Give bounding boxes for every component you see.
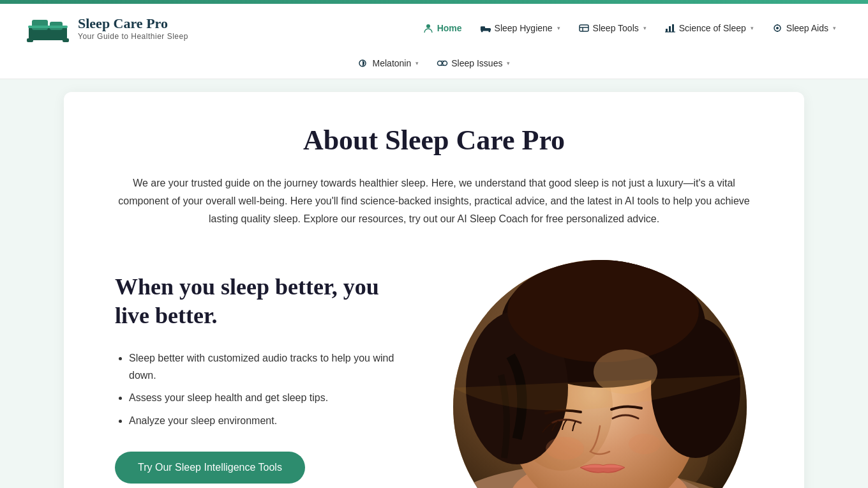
svg-rect-9 <box>481 30 483 32</box>
main-wrapper: About Sleep Care Pro We are your trusted… <box>0 79 868 488</box>
logo-area[interactable]: Sleep Care Pro Your Guide to Healthier S… <box>26 10 188 45</box>
nav-label-melatonin: Melatonin <box>373 58 412 68</box>
nav-item-sleep-hygiene[interactable]: Sleep Hygiene ▾ <box>474 19 567 37</box>
logo-text: Sleep Care Pro Your Guide to Healthier S… <box>78 15 188 41</box>
bottom-navigation: Melatonin ▾ Sleep Issues ▾ <box>26 50 842 79</box>
list-item: Analyze your sleep environment. <box>129 412 408 429</box>
nav-item-home[interactable]: Home <box>416 19 468 37</box>
content-card: About Sleep Care Pro We are your trusted… <box>64 92 804 488</box>
feature-title: When you sleep better, you live better. <box>115 273 408 330</box>
bed-icon <box>480 24 491 33</box>
chevron-down-icon: ▾ <box>833 25 836 31</box>
sleeping-face-illustration <box>453 260 747 488</box>
chevron-down-icon: ▾ <box>751 25 754 31</box>
nav-label-sleep-tools: Sleep Tools <box>593 23 639 33</box>
nav-label-science-of-sleep: Science of Sleep <box>679 23 746 33</box>
feature-content: When you sleep better, you live better. … <box>115 260 408 488</box>
svg-point-19 <box>776 27 779 29</box>
aids-icon <box>772 24 783 33</box>
sleeping-person-image <box>453 260 747 488</box>
tools-icon <box>578 24 590 33</box>
person-icon <box>423 24 434 33</box>
svg-point-23 <box>438 61 442 66</box>
chart-icon <box>664 24 676 33</box>
chevron-down-icon: ▾ <box>557 25 560 31</box>
svg-rect-3 <box>27 38 33 42</box>
svg-rect-16 <box>672 24 674 32</box>
nav-label-sleep-aids: Sleep Aids <box>786 23 828 33</box>
feature-list: Sleep better with customized audio track… <box>115 349 408 429</box>
svg-rect-1 <box>32 20 48 30</box>
site-name: Sleep Care Pro <box>78 15 188 32</box>
svg-rect-14 <box>666 29 668 32</box>
try-tools-button[interactable]: Try Our Sleep Intelligence Tools <box>115 452 305 484</box>
nav-item-sleep-aids[interactable]: Sleep Aids ▾ <box>765 19 842 37</box>
top-navigation: Home Sleep Hygiene ▾ <box>416 19 842 37</box>
nav-item-sleep-issues[interactable]: Sleep Issues ▾ <box>430 54 516 72</box>
svg-rect-5 <box>28 26 68 28</box>
svg-point-41 <box>629 434 661 454</box>
nav-label-sleep-issues: Sleep Issues <box>451 58 502 68</box>
chevron-down-icon: ▾ <box>507 60 510 66</box>
list-item: Assess your sleep health and get sleep t… <box>129 389 408 406</box>
svg-point-40 <box>546 437 584 460</box>
site-tagline: Your Guide to Healthier Sleep <box>78 32 188 41</box>
logo-icon <box>26 10 70 45</box>
about-description: We are your trusted guide on the journey… <box>115 174 753 228</box>
nav-label-home: Home <box>437 23 462 33</box>
about-title: About Sleep Care Pro <box>115 124 753 156</box>
feature-image <box>447 260 753 488</box>
nav-item-sleep-tools[interactable]: Sleep Tools ▾ <box>572 19 653 37</box>
site-header: Sleep Care Pro Your Guide to Healthier S… <box>0 4 868 79</box>
chevron-down-icon: ▾ <box>415 60 419 66</box>
svg-point-6 <box>426 24 430 28</box>
melatonin-icon <box>358 59 370 68</box>
nav-item-melatonin[interactable]: Melatonin ▾ <box>352 54 426 72</box>
svg-rect-8 <box>480 26 484 29</box>
issues-icon <box>437 59 448 68</box>
feature-section: When you sleep better, you live better. … <box>115 260 753 488</box>
nav-item-science-of-sleep[interactable]: Science of Sleep ▾ <box>658 19 760 37</box>
svg-point-24 <box>443 61 447 66</box>
svg-rect-10 <box>488 30 490 32</box>
list-item: Sleep better with customized audio track… <box>129 349 408 384</box>
nav-label-sleep-hygiene: Sleep Hygiene <box>495 23 553 33</box>
svg-point-38 <box>507 260 699 362</box>
svg-rect-11 <box>580 25 588 31</box>
chevron-down-icon: ▾ <box>643 25 647 31</box>
svg-rect-4 <box>63 38 69 42</box>
svg-rect-15 <box>669 26 671 32</box>
